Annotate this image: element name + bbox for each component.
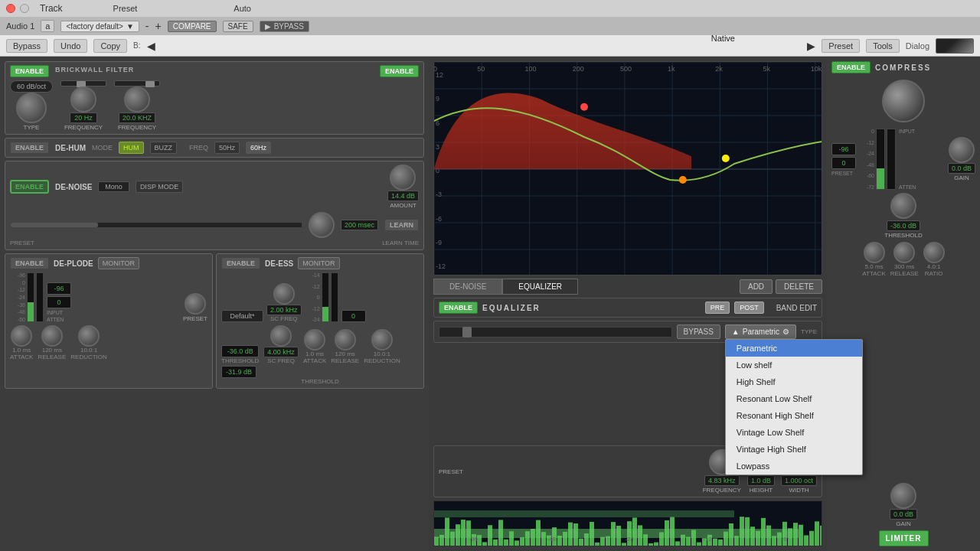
deplode-input-val: -96 (47, 282, 71, 295)
dropdown-parametric[interactable]: Parametric (726, 340, 862, 357)
a-btn[interactable]: a (41, 20, 54, 32)
deess-enable-btn[interactable]: ENABLE (221, 257, 260, 269)
compress-threshold-knob[interactable] (890, 193, 916, 219)
limiter-btn[interactable]: LIMITER (879, 530, 929, 546)
back-arrow-icon[interactable]: ◀ (147, 40, 155, 52)
deess-reduction-knob[interactable] (371, 329, 393, 350)
eq-canvas (434, 62, 822, 276)
factory-default-dropdown[interactable]: <factory default> ▼ (60, 21, 139, 32)
play-icon[interactable]: ▶ (807, 40, 815, 52)
close-button[interactable] (6, 4, 15, 13)
band-height-val: 1.0 dB (747, 475, 775, 486)
deplode-monitor-btn[interactable]: MONITOR (98, 257, 139, 269)
hz60-btn[interactable]: 60Hz (246, 142, 271, 154)
preset-toolbar-btn[interactable]: Preset (822, 39, 860, 53)
post-btn[interactable]: POST (734, 302, 764, 314)
hz50-btn[interactable]: 50Hz (214, 142, 240, 154)
compress-ratio-knob[interactable] (923, 242, 945, 263)
deess-attack-knob[interactable] (304, 329, 325, 350)
plus-btn[interactable]: + (155, 20, 162, 32)
level-minus96: -96 (469, 536, 478, 543)
deplode-release-knob[interactable] (41, 325, 63, 347)
compress-threshold-label: THRESHOLD (884, 232, 922, 239)
deplode-atten-vu (36, 272, 44, 322)
compress-release-knob[interactable] (893, 242, 915, 263)
dropdown-vintage-high-shelf[interactable]: Vintage High Shelf (726, 441, 862, 458)
band-preset-label: PRESET (439, 468, 463, 475)
minus-btn[interactable]: - (145, 20, 149, 32)
bypass-toolbar-btn[interactable]: Bypass (6, 39, 47, 53)
bypass-button[interactable]: ▶ BYPASS (260, 21, 309, 32)
denoise-learn-time-knob[interactable] (309, 212, 335, 238)
brickwall-freq2-knob[interactable] (124, 86, 150, 112)
disp-mode-btn[interactable]: DISP MODE (136, 181, 183, 193)
deess-input-vu (322, 272, 329, 322)
brickwall-enable-btn[interactable]: ENABLE (10, 65, 49, 77)
denoise-preset-slider[interactable] (10, 222, 302, 228)
buzz-btn[interactable]: BUZZ (150, 142, 178, 154)
dropdown-high-shelf[interactable]: High Shelf (726, 373, 862, 390)
dropdown-arrow-icon: ▼ (126, 22, 134, 31)
hum-btn[interactable]: HUM (119, 142, 144, 154)
pre-btn[interactable]: PRE (705, 302, 730, 314)
bypass-band-btn[interactable]: BYPASS (677, 324, 720, 339)
equalizer-tab-btn[interactable]: EQUALIZER (502, 279, 578, 295)
toolbar: Bypass Undo Copy B: ◀ ▶ Preset Tools Dia… (0, 35, 980, 57)
tools-btn[interactable]: Tools (866, 39, 900, 53)
brickwall-freq1-slider[interactable] (60, 80, 106, 86)
compress-enable-btn[interactable]: ENABLE (831, 61, 871, 73)
compress-main-knob[interactable] (882, 80, 925, 122)
eq-title: EQUALIZER (482, 304, 541, 312)
denoise-mono-display: Mono (98, 181, 129, 192)
compress-ratio-val: 4.0:1 (927, 263, 941, 270)
dropdown-lowpass[interactable]: Lowpass (726, 458, 862, 474)
deess-release-knob[interactable] (335, 329, 356, 350)
deess-attack-val: 1.0 ms (305, 350, 324, 357)
deplode-preset-knob[interactable] (185, 293, 206, 315)
brickwall-freq2-slider[interactable] (114, 80, 160, 86)
compress-panel: ENABLE COMPRESS -96 0 PRESET 0-12-24-48-… (827, 57, 980, 551)
band-type-btn[interactable]: ▲ Parametric ⚙ (725, 324, 796, 339)
deess-sc-freq2-knob[interactable] (270, 325, 292, 347)
deplode-release-label: RELEASE (38, 354, 66, 360)
denoise-tab-btn[interactable]: DE-NOISE (433, 279, 502, 295)
deplode-attack-knob[interactable] (11, 325, 32, 347)
dropdown-vintage-low-shelf[interactable]: Vintage Low Shelf (726, 424, 862, 441)
brickwall-type-knob[interactable] (16, 93, 47, 123)
preset-bar: Audio 1 a <factory default> ▼ - + COMPAR… (0, 17, 980, 35)
compress-attack-knob[interactable] (864, 242, 885, 263)
denoise-amount-knob[interactable] (390, 165, 416, 191)
safe-btn[interactable]: SAFE (223, 21, 253, 32)
add-btn[interactable]: ADD (740, 279, 773, 294)
level-minus6: -6 (782, 536, 787, 543)
copy-btn[interactable]: Copy (93, 39, 127, 53)
deess-sc-freq-knob[interactable] (273, 283, 295, 305)
band-type-container: ▲ Parametric ⚙ Parametric Low shelf High… (725, 324, 796, 339)
compare-button[interactable]: COMPARE (168, 21, 217, 32)
compress-gain-knob[interactable] (949, 137, 975, 163)
denoise-section: ENABLE DE-NOISE Mono DISP MODE 14.4 dB A… (5, 161, 424, 250)
band-preset-slider[interactable] (439, 327, 672, 337)
brickwall-freq1-knob[interactable] (70, 86, 96, 112)
compress-threshold-val: -36.0 dB (887, 220, 920, 231)
deess-monitor-btn[interactable]: MONITOR (298, 257, 339, 269)
db-oct-display: 60 dB/oct (10, 80, 53, 93)
eq-spectrum-display: -96 -48 -24 -12 -6 (433, 500, 822, 546)
dropdown-low-shelf[interactable]: Low shelf (726, 357, 862, 373)
dropdown-resonant-low-shelf[interactable]: Resonant Low Shelf (726, 390, 862, 407)
learn-btn[interactable]: LEARN (384, 219, 419, 231)
deplode-enable-btn[interactable]: ENABLE (10, 257, 49, 269)
dehum-enable-btn[interactable]: ENABLE (10, 142, 49, 154)
undo-btn[interactable]: Undo (54, 39, 87, 53)
limiter-gain-label: GAIN (896, 520, 911, 527)
limiter-gain-knob[interactable] (890, 483, 916, 509)
dropdown-resonant-high-shelf[interactable]: Resonant High Shelf (726, 407, 862, 424)
minimize-button[interactable] (20, 4, 29, 13)
delete-btn[interactable]: DELETE (776, 279, 822, 294)
denoise-enable-btn[interactable]: ENABLE (10, 180, 49, 194)
deess-threshold2-label: THRESHOLD (221, 378, 419, 385)
deplode-reduction-knob[interactable] (78, 325, 100, 347)
deess-release-val: 120 ms (335, 350, 355, 357)
brickwall-enable2-btn[interactable]: ENABLE (380, 65, 419, 77)
eq-enable-btn[interactable]: ENABLE (439, 302, 478, 314)
